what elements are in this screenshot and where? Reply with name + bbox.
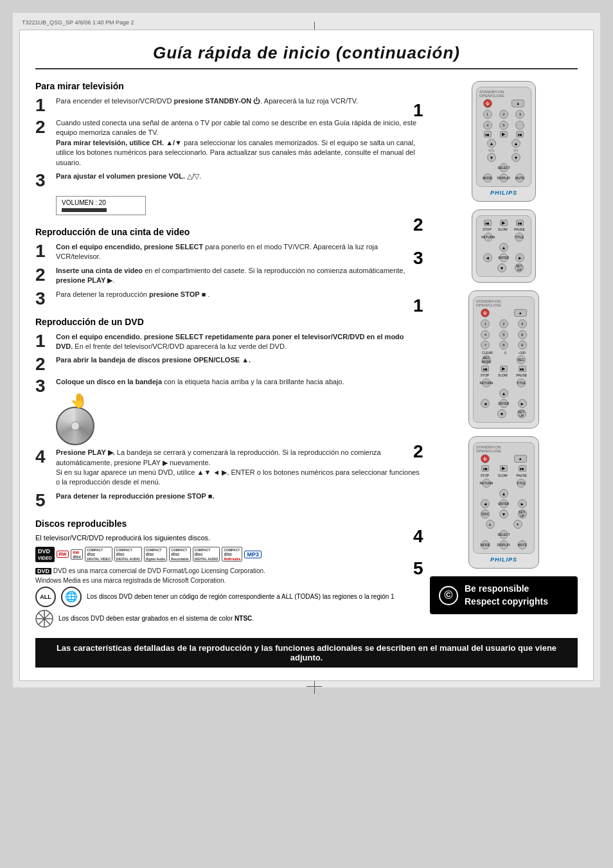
btn-3[interactable]: 3 <box>515 110 524 119</box>
ch-ctrl: ▲ CH. ▼ <box>511 139 520 162</box>
full-pic-down[interactable]: ▼ <box>513 520 522 529</box>
play-btn[interactable]: ▶ <box>500 131 508 137</box>
cd-digital-audio2-logo: COMPACTdiscDIGITAL AUDIO <box>193 547 220 562</box>
dvd-num-2: 4 5 6 <box>476 330 531 339</box>
responsible-icon: © <box>439 586 458 605</box>
step-3-3-num: 3 <box>35 377 51 395</box>
full-enter[interactable]: ENTER <box>499 499 508 508</box>
right-num-1b: 1 <box>413 296 423 316</box>
power-row: ⏻ ▲ <box>479 99 528 108</box>
vol-ch-section: ▲ VOL ▼ ▲ CH. ▼ <box>479 139 528 162</box>
full-return[interactable]: RETURN <box>482 479 491 488</box>
step-1-2-text: Cuando usted conecta una señal de antena… <box>56 118 420 168</box>
vcr-return[interactable]: RETURN <box>484 233 493 242</box>
full-mode-row: MODE DISPLAY MUTE <box>476 540 531 549</box>
step-1-3-num: 3 <box>35 172 51 190</box>
dvd-1[interactable]: 1 <box>481 319 490 328</box>
step-1-1-num: 1 <box>35 96 51 114</box>
dvd-return[interactable]: RETURN <box>482 378 491 387</box>
vcr-enter[interactable]: ENTER <box>499 253 508 262</box>
full-up[interactable]: ▲ <box>499 489 508 498</box>
full-play[interactable]: ▶ <box>500 465 508 472</box>
dvd-5[interactable]: 5 <box>499 330 508 339</box>
dvd-play[interactable]: ▶ <box>500 366 508 372</box>
full-mute[interactable]: MUTE <box>518 540 527 549</box>
btn-5[interactable]: 5 <box>499 121 508 130</box>
select-btn[interactable]: SELECT <box>499 163 508 172</box>
btn-6[interactable] <box>515 121 524 130</box>
dvd-recmode[interactable]: REC MODE <box>482 355 491 364</box>
ntsc-text: Los discos DVD deben estar grabados en e… <box>58 615 254 622</box>
full-top-labels: STANDBY-ON OPEN/CLOSE <box>476 445 531 453</box>
dvd-power-btn[interactable]: ⏻ <box>481 308 490 317</box>
vcr-setup[interactable]: SET-UP <box>515 263 524 272</box>
ch-up[interactable]: ▲ <box>511 139 520 148</box>
disc-visual: 🤚 <box>56 399 101 444</box>
full-title[interactable]: TITLE <box>517 479 526 488</box>
dvd-down[interactable]: ▼ <box>497 409 506 418</box>
eject-btn[interactable]: ▲ <box>511 100 524 107</box>
vcr-right[interactable]: ► <box>515 253 524 262</box>
vcr-play[interactable]: ▶ <box>500 220 508 226</box>
dvd-4[interactable]: 4 <box>481 330 490 339</box>
full-display[interactable]: DISPLAY <box>499 540 508 549</box>
ch-down[interactable]: ▼ <box>511 153 520 162</box>
vcr-title[interactable]: TITLE <box>515 233 524 242</box>
rew-btn[interactable]: ⏮ <box>484 131 492 137</box>
dvd-fwd[interactable]: ⏭ <box>519 366 526 372</box>
hand-icon: 🤚 <box>70 393 87 409</box>
btn-2[interactable]: 2 <box>499 110 508 119</box>
dvd-up-row: ▲ <box>476 389 531 398</box>
full-eject-btn[interactable]: ▲ <box>514 455 527 463</box>
vcr-left[interactable]: ◄ <box>483 253 492 262</box>
dvd-7[interactable]: 7 <box>481 341 490 350</box>
dvd-recmode-row: REC MODE REC <box>476 355 531 364</box>
dvd-8[interactable]: 8 <box>499 341 508 350</box>
full-power-btn[interactable]: ⏻ <box>481 454 490 463</box>
vcr-up[interactable]: ▲ <box>499 243 508 252</box>
display-btn[interactable]: DISPLAY <box>499 173 508 182</box>
dvd-enter[interactable]: ENTER <box>499 399 508 408</box>
dvd-right[interactable]: ► <box>518 399 527 408</box>
fwd-btn[interactable]: ⏭ <box>516 131 524 137</box>
dvd-setup[interactable]: SET-UP <box>517 409 526 418</box>
power-btn[interactable]: ⏻ <box>483 99 492 108</box>
section3-title: Reproducción de un DVD <box>35 317 420 327</box>
remote-vcr: ⏮ ▶ ⏭ STOP SLOW PAUSE RETURN <box>472 209 536 283</box>
vol-up[interactable]: ▲ <box>487 139 496 148</box>
right-num-3a: 3 <box>413 248 423 269</box>
full-fwd[interactable]: ⏭ <box>519 465 526 472</box>
dvd-rec[interactable]: REC <box>517 355 526 364</box>
section2-title: Reproducción de una cinta de video <box>35 227 420 237</box>
full-mode[interactable]: MODE <box>481 540 490 549</box>
dvd-power-row: ⏻ ▲ <box>476 308 531 317</box>
vcr-fwd[interactable]: ⏭ <box>516 220 524 226</box>
dvd-title[interactable]: TITLE <box>517 378 526 387</box>
full-rew[interactable]: ⏮ <box>481 465 489 472</box>
full-pic-up[interactable]: ▲ <box>486 520 495 529</box>
dvd-rew[interactable]: ⏮ <box>481 366 489 372</box>
full-select[interactable]: SELECT <box>499 530 508 539</box>
full-setup[interactable]: SET-UP <box>518 509 527 518</box>
btn-1[interactable]: 1 <box>483 110 492 119</box>
mode-btn[interactable]: MODE <box>483 173 492 182</box>
full-return-row: RETURN TITLE <box>476 479 531 488</box>
full-pause-label: PAUSE <box>517 474 528 477</box>
full-down[interactable]: ▼ <box>499 509 508 518</box>
dvd-left[interactable]: ◄ <box>481 399 490 408</box>
vol-down[interactable]: ▼ <box>487 153 496 162</box>
dvd-2[interactable]: 2 <box>499 319 508 328</box>
vcr-down[interactable]: ▼ <box>497 263 506 272</box>
full-right[interactable]: ► <box>518 499 527 508</box>
dvd-eject-btn[interactable]: ▲ <box>514 309 527 317</box>
dvd-6[interactable]: 6 <box>518 330 527 339</box>
dvd-up[interactable]: ▲ <box>499 389 508 398</box>
dvd-3[interactable]: 3 <box>518 319 527 328</box>
vcr-rew[interactable]: ⏮ <box>484 220 492 226</box>
full-left[interactable]: ◄ <box>481 499 490 508</box>
btn-4[interactable]: 4 <box>483 121 492 130</box>
dvd-trademark: DVD DVD es una marca comercial de DVD Fo… <box>35 567 420 574</box>
dvd-9[interactable]: 9 <box>518 341 527 350</box>
mute-btn[interactable]: MUTE <box>515 173 524 182</box>
full-disc[interactable]: DISC <box>481 509 490 518</box>
